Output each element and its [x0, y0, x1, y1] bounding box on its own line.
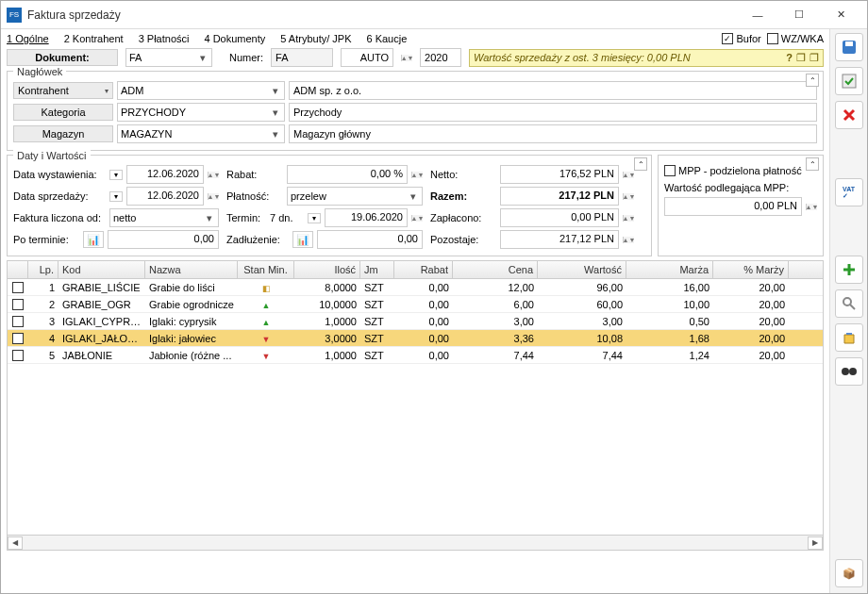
platnosc-label: Płatność:	[226, 190, 283, 202]
grid-body[interactable]: 1GRABIE_LIŚCIEGrabie do liści◧8,0000SZT0…	[7, 279, 824, 536]
data-wyst-dd[interactable]: ▾	[109, 170, 123, 180]
magazyn-name[interactable]: Magazyn główny	[289, 124, 817, 143]
col-pmarza[interactable]: % Marży	[713, 261, 789, 278]
numer-auto[interactable]: AUTO	[341, 48, 393, 67]
kontrahent-name[interactable]: ADM sp. z o.o.	[289, 81, 817, 100]
faktura-liczona-combo[interactable]: netto▾	[109, 208, 219, 227]
bufor-checkbox[interactable]: ✓Bufor	[722, 33, 760, 44]
svg-point-5	[849, 368, 857, 375]
row-checkbox[interactable]	[12, 333, 24, 344]
vat-button[interactable]: VAT✓	[835, 178, 863, 206]
data-sprz-field[interactable]: 12.06.2020	[126, 187, 204, 206]
search-button[interactable]	[835, 289, 863, 318]
table-row[interactable]: 3IGLAKI_CYPRYSIglaki: cyprysik▲1,0000SZT…	[8, 313, 823, 330]
row-checkbox[interactable]	[12, 282, 24, 293]
pozostaje-spin[interactable]: ▲▼	[623, 237, 634, 243]
data-sprz-dd[interactable]: ▾	[109, 191, 123, 202]
zaplacono-spin[interactable]: ▲▼	[623, 215, 634, 222]
table-row[interactable]: 5JABŁONIEJabłonie (różne ...▼1,0000SZT0,…	[8, 347, 823, 364]
platnosc-combo[interactable]: przelew▾	[287, 187, 423, 206]
table-row[interactable]: 1GRABIE_LIŚCIEGrabie do liści◧8,0000SZT0…	[8, 279, 823, 296]
tab-kontrahent[interactable]: 2 Kontrahent	[64, 33, 124, 44]
add-row-button[interactable]	[835, 256, 863, 284]
data-wyst-spin[interactable]: ▲▼	[208, 172, 219, 178]
data-wyst-label: Data wystawienia:	[13, 169, 106, 180]
col-ilosc[interactable]: Ilość	[294, 261, 360, 278]
tab-platnosci[interactable]: 3 Płatności	[139, 33, 190, 44]
lookup-button[interactable]	[835, 357, 863, 386]
kategoria-button[interactable]: Kategoria	[13, 104, 113, 121]
col-wart[interactable]: Wartość	[538, 261, 626, 278]
row-checkbox[interactable]	[12, 299, 24, 310]
cancel-button[interactable]	[835, 101, 863, 129]
numer-spinner[interactable]: ▲▼	[401, 55, 412, 61]
ystrip-icon-2[interactable]: ❐	[810, 52, 819, 64]
netto-label: Netto:	[430, 169, 496, 180]
col-marza[interactable]: Marża	[626, 261, 713, 278]
magazyn-code-combo[interactable]: MAGAZYN▾	[117, 124, 285, 143]
mpp-collapse[interactable]: ⌃	[806, 157, 819, 171]
mpp-spin[interactable]: ▲▼	[806, 204, 817, 210]
tab-ogolne[interactable]: 1 Ogólne	[7, 33, 49, 44]
wzwka-checkbox[interactable]: WZ/WKA	[767, 33, 824, 44]
title-bar: FS Faktura sprzedaży — ☐ ✕	[1, 1, 867, 29]
numer-prefix: FA	[271, 48, 333, 67]
mpp-fieldset: ⌃ MPP - podzielona płatność Wartość podl…	[658, 155, 824, 256]
col-lp[interactable]: Lp.	[28, 261, 58, 278]
termin-label: Termin:	[226, 212, 266, 223]
window-title: Faktura sprzedaży	[27, 8, 737, 22]
razem-spin[interactable]: ▲▼	[623, 193, 634, 200]
confirm-button[interactable]	[835, 67, 863, 95]
tab-atrybuty[interactable]: 5 Atrybuty/ JPK	[280, 33, 351, 44]
kategoria-code-combo[interactable]: PRZYCHODY▾	[117, 103, 285, 122]
zadluzenie-icon[interactable]: 📊	[292, 231, 313, 248]
po-terminie-field: 0,00	[108, 230, 219, 249]
naglowek-collapse[interactable]: ⌃	[806, 74, 819, 87]
ystrip-icon-1[interactable]: ❐	[796, 52, 806, 64]
data-sprz-spin[interactable]: ▲▼	[208, 193, 219, 200]
col-kod[interactable]: Kod	[58, 261, 145, 278]
termin-date-field[interactable]: 19.06.2020	[325, 208, 408, 227]
grid-hscroll[interactable]: ◀ ▶	[7, 536, 824, 551]
package-button[interactable]: 📦	[835, 559, 863, 587]
kontrahent-code-combo[interactable]: ADM▾	[117, 81, 285, 100]
termin-dd[interactable]: ▾	[308, 213, 321, 223]
app-icon: FS	[7, 8, 22, 23]
daty-collapse[interactable]: ⌃	[634, 157, 647, 171]
magazyn-button[interactable]: Magazyn	[13, 125, 113, 142]
dokument-type-combo[interactable]: FA▾	[125, 48, 212, 67]
termin-spin[interactable]: ▲▼	[411, 215, 423, 222]
rabat-label: Rabat:	[226, 169, 283, 180]
kontrahent-button[interactable]: Kontrahent▾	[13, 82, 113, 99]
col-jm[interactable]: Jm	[360, 261, 394, 278]
tab-dokumenty[interactable]: 4 Dokumenty	[204, 33, 265, 44]
col-stan[interactable]: Stan Min.	[238, 261, 294, 278]
rabat-field[interactable]: 0,00 %	[287, 165, 408, 184]
row-checkbox[interactable]	[12, 350, 24, 361]
table-row[interactable]: 2GRABIE_OGRGrabie ogrodnicze▲10,0000SZT0…	[8, 296, 823, 313]
po-terminie-icon[interactable]: 📊	[83, 231, 104, 248]
scroll-left-icon[interactable]: ◀	[8, 536, 23, 550]
row-checkbox[interactable]	[12, 316, 24, 327]
kategoria-name[interactable]: Przychody	[289, 103, 817, 122]
mpp-checkbox[interactable]: MPP - podzielona płatność	[664, 165, 817, 176]
col-cena[interactable]: Cena	[453, 261, 538, 278]
data-wyst-field[interactable]: 12.06.2020	[126, 165, 204, 184]
numer-year[interactable]: 2020	[420, 48, 461, 67]
netto-spin[interactable]: ▲▼	[623, 172, 634, 178]
right-toolbar: VAT✓ 📦	[829, 29, 867, 593]
svg-rect-2	[843, 74, 856, 88]
close-button[interactable]: ✕	[820, 2, 861, 28]
delete-row-button[interactable]	[835, 323, 863, 352]
table-row[interactable]: 4IGLAKI_JAŁOWI...Iglaki: jałowiec▼3,0000…	[8, 330, 823, 347]
rabat-spin[interactable]: ▲▼	[411, 172, 423, 178]
daty-fieldset: Daty i Wartości ⌃ Data wystawienia: ▾ 12…	[7, 155, 652, 256]
save-button[interactable]	[835, 33, 863, 61]
minimize-button[interactable]: —	[737, 2, 778, 28]
maximize-button[interactable]: ☐	[778, 2, 820, 28]
col-rabat[interactable]: Rabat	[394, 261, 453, 278]
scroll-right-icon[interactable]: ▶	[808, 536, 823, 550]
help-icon[interactable]: ?	[786, 52, 793, 64]
col-nazwa[interactable]: Nazwa	[145, 261, 238, 278]
tab-kaucje[interactable]: 6 Kaucje	[366, 33, 407, 44]
